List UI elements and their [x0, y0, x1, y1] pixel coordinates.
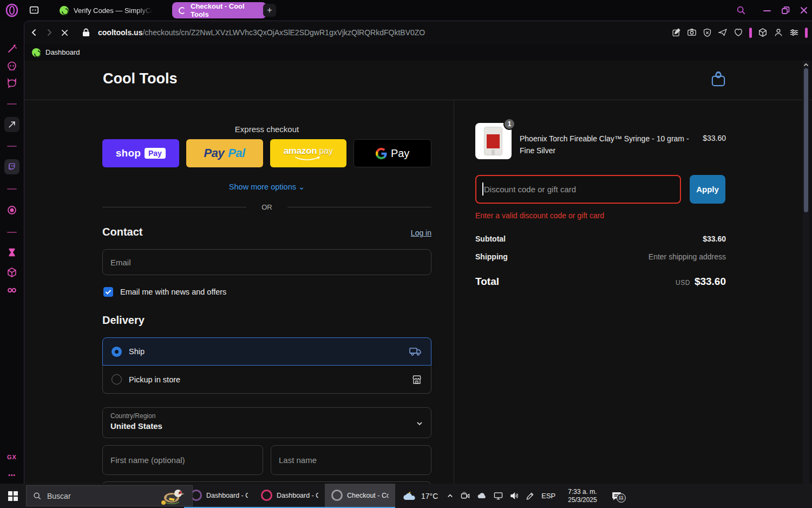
scroll-up-arrow[interactable]	[803, 62, 809, 68]
network-display-icon[interactable]	[494, 492, 503, 500]
scrollbar-thumb[interactable]	[804, 68, 808, 212]
gx-corner-icon[interactable]	[28, 4, 40, 16]
delivery-option-pickup[interactable]: Pickup in store	[102, 366, 431, 394]
taskbar-window-checkout[interactable]: Checkout - Co...	[325, 484, 395, 508]
shield-block-icon[interactable]	[703, 28, 712, 37]
amazon-pay-button[interactable]: amazonpay	[270, 139, 347, 167]
volume-icon[interactable]	[510, 492, 519, 500]
taskbar-search[interactable]: Buscar	[26, 485, 193, 506]
total-label: Total	[475, 276, 499, 288]
column-divider	[454, 100, 454, 484]
check-icon	[105, 289, 112, 295]
discount-code-field[interactable]	[475, 175, 681, 204]
url-text[interactable]: cooltools.us/checkouts/cn/Z2NwLXVzLWVhc3…	[98, 28, 425, 37]
express-checkout-title: Express checkout	[102, 125, 431, 134]
country-select[interactable]: Country/Region United States	[102, 407, 431, 438]
or-label: OR	[261, 203, 272, 211]
order-summary: 1 Phoenix Torch Fireable Clay™ Syringe -…	[475, 100, 726, 484]
infinity-icon[interactable]	[6, 285, 17, 296]
delivery-heading: Delivery	[102, 314, 145, 327]
settings-sliders-icon[interactable]	[789, 28, 799, 37]
search-placeholder: Buscar	[47, 492, 151, 500]
shop-pay-chip: Pay	[145, 148, 166, 159]
google-pay-button[interactable]: Pay	[353, 139, 431, 167]
page-scrollbar[interactable]	[803, 61, 809, 484]
sidebar-more-button[interactable]: •••	[0, 472, 24, 478]
shop-pay-button[interactable]: shop Pay	[102, 139, 179, 167]
window-restore-button[interactable]	[778, 3, 793, 17]
favorites-heart-icon[interactable]	[734, 28, 743, 37]
tray-expand-icon[interactable]	[447, 492, 454, 499]
url-path: /checkouts/cn/Z2NwLXVzLWVhc3QxOjAxSlE2SD…	[142, 28, 425, 37]
back-button[interactable]	[27, 25, 42, 40]
clock-time: 7:33 a. m.	[568, 488, 597, 496]
meet-now-icon[interactable]	[461, 492, 470, 500]
notification-center-icon[interactable]: 11	[612, 492, 621, 500]
gx-label[interactable]: GX	[0, 454, 24, 460]
apply-discount-button[interactable]: Apply	[690, 175, 725, 204]
cube-icon[interactable]	[6, 267, 17, 278]
start-button[interactable]	[0, 484, 26, 508]
profile-icon[interactable]	[774, 28, 783, 37]
checkout-form: Express checkout shop Pay PayPal amazonp…	[102, 100, 431, 484]
window-title: Dashboard - O...	[277, 492, 318, 499]
tab-favicon	[60, 6, 69, 15]
opera-gx-logo-icon[interactable]	[5, 3, 19, 17]
show-more-options-link[interactable]: Show more options ⌄	[102, 183, 431, 191]
subtotal-label: Subtotal	[475, 235, 506, 243]
onedrive-icon[interactable]	[477, 492, 487, 499]
cart-bag-icon[interactable]	[710, 71, 726, 88]
truck-icon	[409, 346, 422, 357]
taskbar-window-dashboard-1[interactable]: Dashboard - O...	[184, 484, 254, 508]
tab-verify-codes[interactable]: Verify Codes — SimplyCo	[53, 2, 159, 18]
window-minimize-button[interactable]	[760, 3, 774, 17]
taskbar-clock[interactable]: 7:33 a. m. 25/3/2025	[568, 488, 597, 504]
login-link[interactable]: Log in	[411, 229, 431, 237]
store-icon	[411, 374, 422, 385]
shop-wordmark: shop	[116, 147, 141, 159]
tab-checkout-active[interactable]: Checkout - Cool Tools	[172, 2, 266, 18]
paypal-button[interactable]: PayPal	[186, 139, 263, 167]
taskbar-window-dashboard-2[interactable]: Dashboard - O...	[254, 484, 325, 508]
store-name[interactable]: Cool Tools	[103, 70, 177, 87]
snapshot-camera-icon[interactable]	[687, 28, 697, 37]
total-row: Total USD $33.60	[475, 276, 726, 288]
sidebar-toggle-indicator[interactable]	[805, 28, 808, 38]
window-close-button[interactable]	[797, 3, 811, 17]
newsletter-label: Email me with news and offers	[120, 288, 226, 296]
new-tab-button[interactable]: +	[263, 4, 276, 17]
bookmark-dashboard[interactable]: Dashboard	[45, 48, 80, 56]
last-name-field[interactable]	[271, 445, 431, 475]
weather-widget[interactable]: 17°C	[403, 491, 438, 502]
target-icon[interactable]	[6, 205, 17, 216]
radio-unselected-icon	[112, 374, 122, 385]
discount-error-message: Enter a valid discount code or gift card	[475, 211, 604, 220]
pinned-extension-indicator[interactable]	[749, 28, 752, 38]
pen-icon[interactable]	[526, 492, 534, 500]
email-field[interactable]	[102, 249, 431, 275]
wand-icon[interactable]	[6, 43, 17, 54]
amazon-pay-word: pay	[319, 146, 333, 156]
hourglass-icon[interactable]	[6, 247, 17, 258]
amazon-smile-icon	[294, 157, 322, 161]
first-name-field[interactable]	[102, 445, 263, 475]
browser-tab-strip: Verify Codes — SimplyCo Checkout - Cool …	[0, 0, 812, 21]
google-g-icon	[376, 148, 387, 159]
stop-loading-button[interactable]	[57, 25, 72, 40]
gx-pinboards-button[interactable]	[4, 117, 19, 132]
delivery-option-ship[interactable]: Ship	[102, 337, 431, 366]
twitch-icon[interactable]	[4, 159, 19, 174]
newsletter-checkbox[interactable]	[103, 287, 113, 297]
chat-character-icon[interactable]	[6, 78, 17, 89]
skull-icon[interactable]	[6, 61, 17, 71]
forward-button[interactable]	[42, 25, 57, 40]
browser-search-icon[interactable]	[734, 3, 748, 17]
extensions-cube-icon[interactable]	[758, 28, 768, 37]
lock-icon[interactable]	[78, 25, 94, 40]
search-icon	[33, 492, 42, 500]
send-to-device-icon[interactable]	[718, 28, 728, 37]
edit-page-icon[interactable]	[672, 28, 681, 37]
opera-gx-window-icon	[261, 490, 272, 501]
language-indicator[interactable]: ESP	[541, 492, 555, 500]
window-title: Dashboard - O...	[206, 492, 248, 499]
